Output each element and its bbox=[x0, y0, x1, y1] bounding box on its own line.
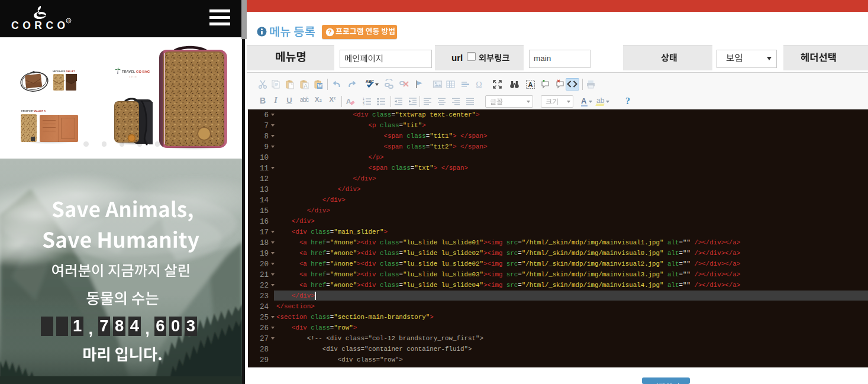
svg-text:Ω: Ω bbox=[476, 80, 482, 89]
svg-text:?: ? bbox=[328, 28, 331, 36]
svg-text:R: R bbox=[67, 19, 70, 22]
svg-text:A: A bbox=[346, 98, 351, 106]
svg-text:W: W bbox=[317, 83, 322, 89]
svg-text:A: A bbox=[528, 81, 533, 88]
svg-text:A: A bbox=[304, 83, 307, 89]
svg-text:3: 3 bbox=[363, 102, 364, 106]
